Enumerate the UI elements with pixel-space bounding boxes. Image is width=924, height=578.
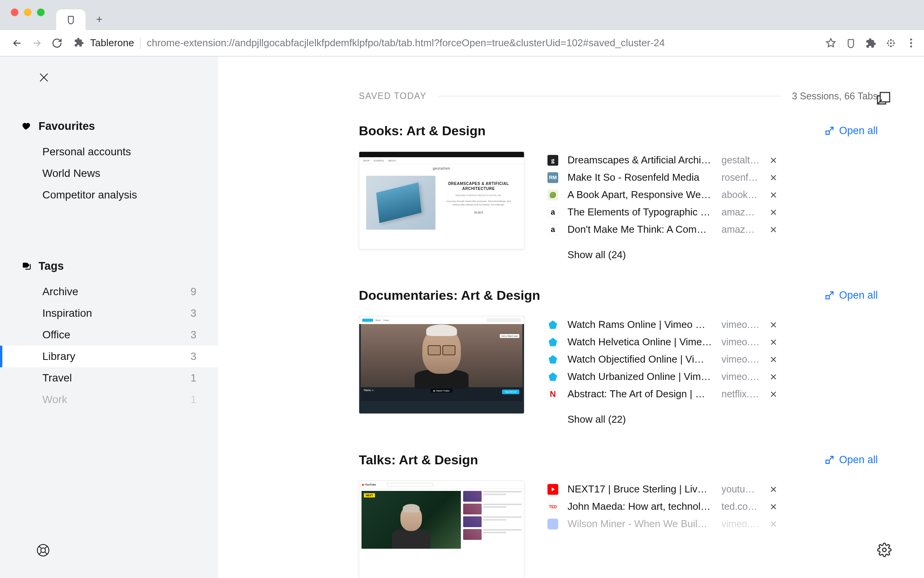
tab-close-button[interactable] <box>769 485 778 494</box>
open-external-icon <box>824 126 834 136</box>
expand-button[interactable] <box>875 90 892 108</box>
tab-row[interactable]: TEDJohn Maeda: How art, technolog…ted.co… <box>547 498 878 515</box>
sidebar-item-work[interactable]: Work1 <box>0 389 218 410</box>
session-thumbnail[interactable]: ▶ YouTube NEXT <box>359 481 524 578</box>
reload-button[interactable] <box>49 35 65 51</box>
open-external-icon <box>824 455 834 465</box>
sidebar-item-archive[interactable]: Archive9 <box>0 281 218 302</box>
favourites-heading[interactable]: Favourites <box>0 120 218 141</box>
tab-close-button[interactable] <box>769 355 778 364</box>
section-meta: SAVED TODAY 3 Sessions, 66 Tabs <box>359 91 878 102</box>
browser-toolbar: Tablerone chrome-extension://andpjllgoca… <box>0 30 924 56</box>
tab-row[interactable]: A Book Apart, Responsive Web D…abookap… <box>547 186 878 203</box>
tab-title: Make It So - Rosenfeld Media <box>567 171 712 183</box>
svg-rect-14 <box>826 296 830 299</box>
tab-row[interactable]: NAbstract: The Art of Design | Net…netfl… <box>547 385 878 403</box>
tablerone-icon <box>66 15 76 25</box>
page-title: Tablerone <box>90 37 134 49</box>
tab-strip: + <box>56 0 109 30</box>
sidebar-item-personal-accounts[interactable]: Personal accounts <box>0 141 218 163</box>
sidebar-item-world-news[interactable]: World News <box>0 163 218 184</box>
svg-point-3 <box>890 39 892 41</box>
tab-row[interactable]: Watch Urbanized Online | Vimeo …vimeo.c… <box>547 368 878 385</box>
session-thumbnail[interactable]: WatchCreate Add to Watch Later Rams 4K ▶… <box>359 316 524 414</box>
browser-tab-active[interactable] <box>56 9 85 30</box>
tab-domain: amazon.… <box>721 224 760 235</box>
tab-row[interactable]: Watch Objectified Online | Vimeo…vimeo.c… <box>547 351 878 368</box>
session-title[interactable]: Books: Art & Design <box>359 123 485 138</box>
tab-close-button[interactable] <box>769 191 778 199</box>
tab-domain: rosenfel… <box>721 172 760 183</box>
tab-close-button[interactable] <box>769 156 778 165</box>
tab-close-button[interactable] <box>769 225 778 234</box>
window-maximize-button[interactable] <box>37 8 45 16</box>
tabs-list: NEXT17 | Bruce Sterling | Live fro…youtu… <box>547 481 878 533</box>
tab-row[interactable]: gDreamscapes & Artificial Archite…gestal… <box>547 151 878 169</box>
show-all-button[interactable]: Show all (24) <box>547 238 878 261</box>
session-thumbnail[interactable]: SHOPJOURNALABOUT gestalten DREAMSCAPES &… <box>359 151 524 249</box>
window-minimize-button[interactable] <box>24 8 32 16</box>
ext-icon-2[interactable] <box>886 38 896 49</box>
browser-menu-button[interactable] <box>906 38 916 49</box>
tabs-list: Watch Rams Online | Vimeo On D…vimeo.c… … <box>547 316 878 425</box>
sidebar-item-library[interactable]: Library3 <box>0 346 218 367</box>
tab-title: Abstract: The Art of Design | Net… <box>567 388 712 400</box>
toolbar-actions <box>819 38 916 49</box>
favicon <box>547 484 558 495</box>
tab-close-button[interactable] <box>769 338 778 346</box>
tab-domain: youtube.… <box>721 484 760 495</box>
tab-row[interactable]: aThe Elements of Typographic Sty…amazon.… <box>547 203 878 221</box>
open-all-button[interactable]: Open all <box>824 125 878 137</box>
tab-title: Wilson Miner - When We Build a… <box>567 518 712 530</box>
open-all-button[interactable]: Open all <box>824 289 878 301</box>
window-close-button[interactable] <box>11 8 18 16</box>
sidebar-item-travel[interactable]: Travel1 <box>0 367 218 389</box>
tab-close-button[interactable] <box>769 373 778 381</box>
tab-row[interactable]: Watch Rams Online | Vimeo On D…vimeo.c… <box>547 316 878 333</box>
tags-heading[interactable]: Tags <box>0 260 218 281</box>
tab-row[interactable]: RMMake It So - Rosenfeld Mediarosenfel… <box>547 169 878 186</box>
bookmark-star-icon[interactable] <box>825 38 836 49</box>
open-all-button[interactable]: Open all <box>824 454 878 466</box>
sidebar-item-competitor-analysis[interactable]: Competitor analysis <box>0 184 218 206</box>
tab-domain: amazon.… <box>721 207 760 218</box>
tags-label: Tags <box>38 260 64 272</box>
new-tab-button[interactable]: + <box>90 10 109 29</box>
tab-close-button[interactable] <box>769 520 778 528</box>
tab-row[interactable]: NEXT17 | Bruce Sterling | Live fro…youtu… <box>547 481 878 498</box>
favourites-label: Favourites <box>38 120 95 133</box>
tags-section: Tags Archive9 Inspiration3 Office3 Libra… <box>0 260 218 410</box>
help-button[interactable] <box>36 543 50 559</box>
back-button[interactable] <box>9 35 25 51</box>
settings-button[interactable] <box>877 543 892 559</box>
tab-row[interactable]: Wilson Miner - When We Build a…vimeo.c… <box>547 515 878 533</box>
tab-close-button[interactable] <box>769 390 778 398</box>
show-all-button[interactable]: Show all (22) <box>547 403 878 425</box>
sidebar-item-inspiration[interactable]: Inspiration3 <box>0 302 218 324</box>
sidebar: Favourites Personal accounts World News … <box>0 57 218 578</box>
tab-row[interactable]: Watch Helvetica Online | Vimeo …vimeo.c… <box>547 333 878 351</box>
tab-domain: vimeo.c… <box>721 319 760 330</box>
session-title[interactable]: Talks: Art & Design <box>359 452 478 467</box>
tablerone-ext-icon[interactable] <box>845 38 856 49</box>
tab-title: Watch Helvetica Online | Vimeo … <box>567 336 712 348</box>
tab-title: Watch Objectified Online | Vimeo… <box>567 353 712 365</box>
favicon: g <box>547 155 558 166</box>
tab-close-button[interactable] <box>769 321 778 329</box>
svg-point-2 <box>893 42 895 44</box>
forward-button[interactable] <box>29 35 45 51</box>
tab-close-button[interactable] <box>769 502 778 511</box>
session-title[interactable]: Documentaries: Art & Design <box>359 288 540 303</box>
extensions-icon[interactable] <box>865 38 876 49</box>
svg-point-12 <box>882 548 886 552</box>
browser-chrome: + Tablerone chrome-extension://andpjllgo… <box>0 0 924 57</box>
tab-title: Watch Rams Online | Vimeo On D… <box>567 319 712 331</box>
address-bar[interactable]: Tablerone chrome-extension://andpjllgoca… <box>69 37 815 49</box>
close-sidebar-button[interactable] <box>38 71 218 85</box>
session-documentaries: Documentaries: Art & Design Open all Wat… <box>359 288 878 425</box>
tab-row[interactable]: aDon't Make Me Think: A Common…amazon.… <box>547 221 878 238</box>
favicon <box>547 319 558 330</box>
sidebar-item-office[interactable]: Office3 <box>0 324 218 346</box>
tab-close-button[interactable] <box>769 173 778 182</box>
tab-close-button[interactable] <box>769 208 778 217</box>
